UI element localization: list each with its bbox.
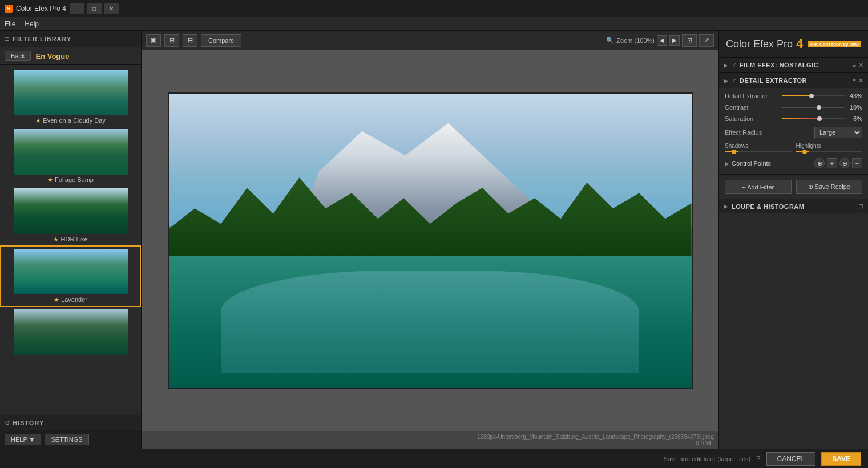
zoom-label: Zoom (100%) — [616, 37, 655, 44]
effect-radius-select[interactable]: Small Large Very Large — [814, 127, 862, 138]
menubar: File Help — [0, 17, 868, 31]
sidebar-item-landscape[interactable] — [0, 307, 141, 359]
bottom-bar: Save and edit later (larger files) ? CAN… — [0, 449, 868, 468]
control-points-label: Control Points — [732, 160, 814, 167]
zoom-next-button[interactable]: ▶ — [669, 35, 680, 46]
saturation-thumb[interactable] — [817, 116, 822, 121]
detail-extractor-slider[interactable] — [782, 92, 845, 99]
item-label-foliage-bump: ★ Foliage Bump — [47, 176, 94, 184]
bottom-info-text: Save and edit later (larger files) — [7, 455, 750, 462]
thumb-cloudy-day — [14, 70, 128, 115]
titlebar-title: Color Efex Pro 4 — [16, 5, 66, 13]
film-efex-expand-icon: ▶ — [724, 62, 728, 68]
image-reflection — [221, 271, 639, 374]
shadows-col: Shadows — [725, 143, 792, 152]
loupe-label: LOUPE & HISTOGRAM — [732, 203, 856, 210]
contrast-track — [782, 107, 845, 108]
loupe-action-icon[interactable]: ⊡ — [858, 203, 863, 210]
film-efex-close-icon[interactable]: ✕ — [858, 62, 863, 69]
sidebar-nav: Back En Vogue — [0, 47, 141, 65]
film-efex-header[interactable]: ▶ ✓ FILM EFEX: NOSTALGIC ≡ ✕ — [719, 58, 868, 72]
detail-extractor-param-row: Detail Extractor 43% — [725, 92, 862, 99]
main-image — [168, 92, 693, 389]
app-version: 4 — [796, 37, 803, 51]
thumb-lavander — [14, 249, 128, 294]
contrast-param-row: Contrast 10% — [725, 104, 862, 111]
filter-actions-row: + Add Filter ⊕ Save Recipe — [719, 175, 868, 199]
shadows-label: Shadows — [725, 143, 792, 149]
contrast-slider[interactable] — [782, 104, 845, 111]
window-controls: − □ ✕ — [70, 3, 119, 14]
highlights-track[interactable] — [796, 151, 863, 152]
highlights-label: Highlights — [796, 143, 863, 149]
highlights-thumb[interactable] — [802, 150, 807, 154]
detail-extractor-check-icon: ✓ — [732, 76, 737, 84]
minimize-button[interactable]: − — [70, 3, 84, 14]
maximize-button[interactable]: □ — [87, 3, 102, 14]
view-split-button[interactable]: ⊞ — [164, 34, 179, 47]
sidebar: ≡ FILTER LIBRARY Back En Vogue ★ Even on… — [0, 31, 142, 449]
sidebar-item-cloudy-day[interactable]: ★ Even on a Cloudy Day — [0, 67, 141, 127]
add-filter-button[interactable]: + Add Filter — [725, 180, 792, 194]
fit-button[interactable]: ⊡ — [682, 34, 697, 47]
highlights-col: Highlights — [796, 143, 863, 152]
compare-button[interactable]: Compare — [201, 34, 241, 47]
contrast-thumb[interactable] — [817, 105, 821, 110]
detail-extractor-header[interactable]: ▶ ✓ DETAIL EXTRACTOR ≡ ✕ — [719, 73, 868, 88]
film-efex-actions: ≡ ✕ — [853, 62, 863, 69]
saturation-fill — [782, 118, 817, 119]
shadows-thumb[interactable] — [732, 150, 736, 154]
image-info-bar: 1280px-Untersberg_Mountain_Salzburg_Aust… — [142, 431, 718, 449]
save-button[interactable]: SAVE — [821, 452, 861, 466]
back-button[interactable]: Back — [5, 51, 31, 61]
view-grid-button[interactable]: ⊟ — [183, 34, 197, 47]
shadows-track[interactable] — [725, 151, 792, 152]
control-points-add-positive-button[interactable]: ⊕ — [814, 158, 825, 168]
contrast-value: 10% — [845, 104, 862, 111]
recipes-title: En Vogue — [35, 52, 69, 60]
thumb-landscape-item — [14, 309, 128, 355]
right-panel-header: Color Efex Pro 4 NIK Collection by DxO — [719, 31, 868, 58]
menu-help[interactable]: Help — [25, 20, 39, 28]
menu-file[interactable]: File — [5, 20, 15, 28]
loupe-expand-icon: ▶ — [724, 203, 728, 209]
close-button[interactable]: ✕ — [104, 3, 119, 14]
detail-extractor-menu-icon[interactable]: ≡ — [853, 77, 856, 84]
saturation-track — [782, 118, 845, 119]
zoom-control: 🔍 Zoom (100%) ◀ ▶ ⊡ ⤢ — [606, 34, 714, 47]
film-efex-menu-icon[interactable]: ≡ — [853, 62, 856, 69]
sidebar-header: ≡ FILTER LIBRARY — [0, 31, 141, 47]
saturation-label: Saturation — [725, 115, 782, 122]
detail-extractor-close-icon[interactable]: ✕ — [858, 77, 863, 84]
detail-extractor-fill — [782, 95, 809, 96]
loupe-header[interactable]: ▶ LOUPE & HISTOGRAM ⊡ — [719, 199, 868, 213]
film-efex-check-icon: ✓ — [732, 61, 737, 69]
filter-library-icon: ≡ — [5, 34, 9, 43]
sidebar-footer: HELP ▼ SETTINGS — [0, 430, 141, 449]
control-points-expand-icon: ▶ — [725, 160, 729, 167]
control-points-add-negative-button[interactable]: ⊖ — [839, 158, 850, 168]
view-single-button[interactable]: ▣ — [146, 34, 161, 47]
item-label-hdr-like: ★ HDR Like — [53, 236, 87, 243]
help-icon[interactable]: ? — [756, 454, 760, 463]
sidebar-item-lavander[interactable]: ★ Lavander — [0, 245, 141, 307]
effect-radius-row: Effect Radius Small Large Very Large — [725, 127, 862, 138]
detail-extractor-thumb[interactable] — [809, 94, 814, 98]
detail-extractor-body: Detail Extractor 43% Contrast — [719, 88, 868, 174]
right-panel-content: ▶ ✓ FILM EFEX: NOSTALGIC ≡ ✕ ▶ ✓ DETAIL … — [719, 58, 868, 449]
settings-button[interactable]: SETTINGS — [45, 434, 88, 445]
fullscreen-button[interactable]: ⤢ — [699, 34, 714, 47]
help-button[interactable]: HELP ▼ — [5, 434, 41, 445]
save-recipe-button[interactable]: ⊕ Save Recipe — [796, 180, 863, 194]
contrast-label: Contrast — [725, 104, 782, 111]
effect-radius-label: Effect Radius — [725, 129, 762, 136]
control-points-add-button[interactable]: + — [827, 158, 837, 168]
control-points-remove-button[interactable]: − — [852, 158, 862, 168]
detail-extractor-value: 43% — [845, 92, 862, 99]
canvas-toolbar: ▣ ⊞ ⊟ Compare 🔍 Zoom (100%) ◀ ▶ ⊡ ⤢ — [142, 31, 718, 50]
saturation-slider[interactable] — [782, 115, 845, 122]
cancel-button[interactable]: CANCEL — [766, 452, 816, 466]
sidebar-item-foliage-bump[interactable]: ★ Foliage Bump — [0, 127, 141, 186]
sidebar-item-hdr-like[interactable]: ★ HDR Like — [0, 186, 141, 245]
zoom-prev-button[interactable]: ◀ — [657, 35, 667, 46]
